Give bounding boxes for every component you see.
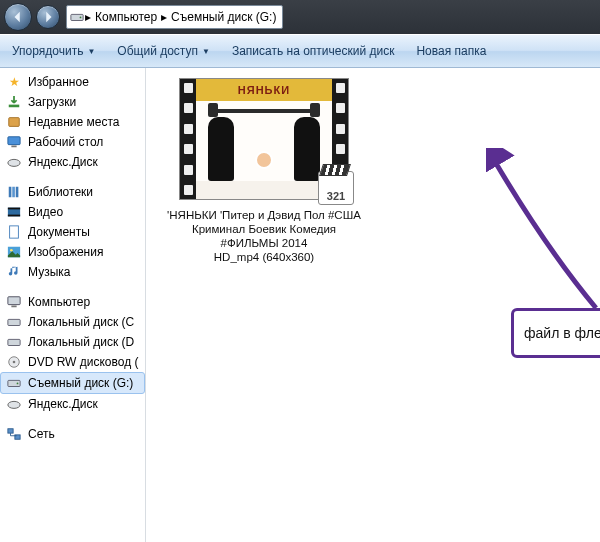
- forward-button[interactable]: [36, 5, 60, 29]
- filmstrip-left-icon: [180, 79, 196, 199]
- nav-network[interactable]: Сеть: [0, 424, 145, 444]
- svg-rect-4: [8, 137, 20, 145]
- nav-label: Рабочий стол: [28, 135, 103, 149]
- nav-favorites[interactable]: ★ Избранное: [0, 72, 145, 92]
- svg-point-1: [80, 17, 82, 19]
- caption-line: 'НЯНЬКИ 'Питер и Дэвид Пол #США: [164, 208, 364, 222]
- svg-rect-11: [8, 208, 20, 210]
- svg-point-6: [8, 159, 20, 166]
- breadcrumb[interactable]: ▸ Компьютер ▸ Съемный диск (G:): [66, 5, 283, 29]
- chevron-down-icon: ▼: [202, 47, 210, 56]
- caption-line: HD_mp4 (640x360): [164, 250, 364, 264]
- nav-label: Изображения: [28, 245, 103, 259]
- drive-icon: [6, 375, 22, 391]
- svg-rect-8: [12, 187, 15, 198]
- svg-rect-2: [9, 105, 20, 108]
- media-player-badge-icon: 321: [318, 171, 354, 205]
- nav-computer[interactable]: Компьютер: [0, 292, 145, 312]
- svg-rect-5: [11, 146, 16, 148]
- poster-title: НЯНЬКИ: [196, 79, 332, 101]
- yandex-disk-icon: [6, 154, 22, 170]
- annotation-arrow-icon: [486, 148, 600, 318]
- music-icon: [6, 264, 22, 280]
- svg-rect-19: [8, 339, 20, 345]
- burn-button[interactable]: Записать на оптический диск: [228, 41, 399, 61]
- nav-downloads[interactable]: Загрузки: [0, 92, 145, 112]
- poster-image: НЯНЬКИ: [196, 79, 332, 199]
- nav-drive-d[interactable]: Локальный диск (D: [0, 332, 145, 352]
- toolbar-label: Общий доступ: [117, 44, 198, 58]
- download-icon: [6, 94, 22, 110]
- nav-label: Библиотеки: [28, 185, 93, 199]
- nav-group-network: Сеть: [0, 424, 145, 444]
- picture-icon: [6, 244, 22, 260]
- video-icon: [6, 204, 22, 220]
- nav-group-libraries: Библиотеки Видео Документы: [0, 182, 145, 282]
- svg-rect-7: [9, 187, 12, 198]
- chevron-down-icon: ▼: [87, 47, 95, 56]
- nav-label: Съемный диск (G:): [28, 376, 133, 390]
- nav-label: Видео: [28, 205, 63, 219]
- explorer-body: ★ Избранное Загрузки Недавние места: [0, 68, 600, 542]
- network-icon: [6, 426, 22, 442]
- annotation-text: файл в флешке: [524, 325, 600, 341]
- nav-yandex-comp[interactable]: Яндекс.Диск: [0, 394, 145, 414]
- svg-point-24: [8, 401, 20, 408]
- recent-icon: [6, 114, 22, 130]
- svg-point-23: [17, 383, 19, 385]
- nav-drive-c[interactable]: Локальный диск (С: [0, 312, 145, 332]
- organize-button[interactable]: Упорядочить ▼: [8, 41, 99, 61]
- nav-desktop[interactable]: Рабочий стол: [0, 132, 145, 152]
- nav-recent[interactable]: Недавние места: [0, 112, 145, 132]
- document-icon: [6, 224, 22, 240]
- nav-group-favorites: ★ Избранное Загрузки Недавние места: [0, 72, 145, 172]
- nav-video[interactable]: Видео: [0, 202, 145, 222]
- nav-label: Сеть: [28, 427, 55, 441]
- nav-music[interactable]: Музыка: [0, 262, 145, 282]
- computer-icon: [6, 294, 22, 310]
- desktop-icon: [6, 134, 22, 150]
- svg-rect-18: [8, 319, 20, 325]
- new-folder-button[interactable]: Новая папка: [412, 41, 490, 61]
- address-bar: ▸ Компьютер ▸ Съемный диск (G:): [0, 0, 600, 34]
- nav-label: Избранное: [28, 75, 89, 89]
- back-button[interactable]: [4, 3, 32, 31]
- toolbar-label: Упорядочить: [12, 44, 83, 58]
- file-caption: 'НЯНЬКИ 'Питер и Дэвид Пол #США Криминал…: [164, 208, 364, 264]
- drive-icon: [69, 9, 85, 25]
- annotation-callout: файл в флешке: [511, 308, 600, 358]
- library-icon: [6, 184, 22, 200]
- nav-dvd[interactable]: DVD RW дисковод (: [0, 352, 145, 372]
- nav-label: Яндекс.Диск: [28, 397, 98, 411]
- svg-rect-17: [11, 306, 16, 308]
- nav-label: Локальный диск (С: [28, 315, 134, 329]
- breadcrumb-current[interactable]: Съемный диск (G:): [167, 10, 280, 24]
- file-item[interactable]: НЯНЬКИ 321 'НЯНЬКИ 'Питер и Дэви: [164, 78, 364, 264]
- nav-yandex-fav[interactable]: Яндекс.Диск: [0, 152, 145, 172]
- nav-libraries[interactable]: Библиотеки: [0, 182, 145, 202]
- share-button[interactable]: Общий доступ ▼: [113, 41, 214, 61]
- svg-rect-13: [10, 226, 19, 238]
- star-icon: ★: [6, 74, 22, 90]
- nav-label: DVD RW дисковод (: [28, 355, 139, 369]
- nav-label: Загрузки: [28, 95, 76, 109]
- nav-documents[interactable]: Документы: [0, 222, 145, 242]
- yandex-disk-icon: [6, 396, 22, 412]
- nav-drive-g[interactable]: Съемный диск (G:): [0, 372, 145, 394]
- content-pane[interactable]: НЯНЬКИ 321 'НЯНЬКИ 'Питер и Дэви: [146, 68, 600, 542]
- arrow-left-icon: [11, 10, 25, 24]
- toolbar-label: Записать на оптический диск: [232, 44, 395, 58]
- nav-label: Яндекс.Диск: [28, 155, 98, 169]
- breadcrumb-root[interactable]: Компьютер: [91, 10, 161, 24]
- svg-point-15: [10, 249, 13, 252]
- nav-group-computer: Компьютер Локальный диск (С Локальный ди…: [0, 292, 145, 414]
- caption-line: Криминал Боевик Комедия #ФИЛЬМЫ 2014: [164, 222, 364, 250]
- svg-rect-12: [8, 215, 20, 217]
- svg-rect-16: [8, 297, 20, 305]
- nav-label: Компьютер: [28, 295, 90, 309]
- toolbar-label: Новая папка: [416, 44, 486, 58]
- nav-label: Музыка: [28, 265, 70, 279]
- explorer-window: ▸ Компьютер ▸ Съемный диск (G:) Упорядоч…: [0, 0, 600, 542]
- drive-icon: [6, 314, 22, 330]
- nav-pictures[interactable]: Изображения: [0, 242, 145, 262]
